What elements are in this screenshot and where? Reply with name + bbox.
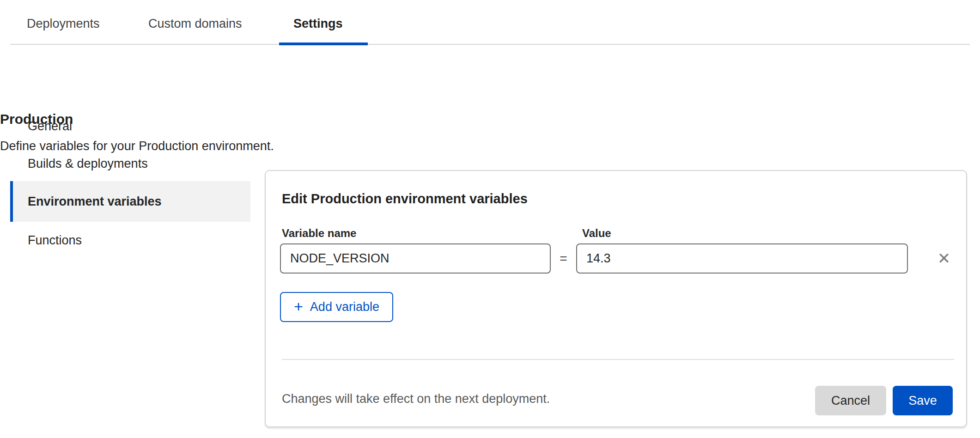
tab-bar-divider [10,44,970,45]
page-description: Define variables for your Production env… [0,139,274,153]
active-tab-underline [279,43,368,45]
tab-custom-domains[interactable]: Custom domains [148,17,242,31]
variable-name-input[interactable] [280,243,551,274]
plus-icon: + [294,298,303,314]
card-title: Edit Production environment variables [282,191,528,207]
sidebar-item-environment-variables[interactable]: Environment variables [10,181,250,222]
variable-value-input[interactable] [576,243,908,274]
sidebar-item-label: Functions [28,233,82,248]
save-button[interactable]: Save [893,386,953,415]
add-variable-button[interactable]: + Add variable [280,292,393,322]
card-divider [282,359,954,360]
add-variable-label: Add variable [310,300,379,314]
page-title: Production [0,111,73,127]
close-icon: ✕ [937,250,951,266]
value-label: Value [582,227,611,240]
environment-variables-card: Edit Production environment variables Va… [265,170,967,427]
cancel-button[interactable]: Cancel [815,386,886,415]
deployment-note: Changes will take effect on the next dep… [282,392,550,406]
page: Deployments Custom domains Settings Gene… [0,0,980,438]
tab-deployments[interactable]: Deployments [27,17,100,31]
sidebar-item-functions[interactable]: Functions [10,222,250,259]
sidebar-item-label: Environment variables [28,195,162,209]
variable-name-label: Variable name [282,227,356,240]
remove-variable-button[interactable]: ✕ [932,246,956,270]
tab-settings[interactable]: Settings [293,17,343,31]
tab-bar: Deployments Custom domains Settings [0,0,980,45]
sidebar-item-label: Builds & deployments [28,157,148,171]
equals-sign: = [551,243,576,274]
